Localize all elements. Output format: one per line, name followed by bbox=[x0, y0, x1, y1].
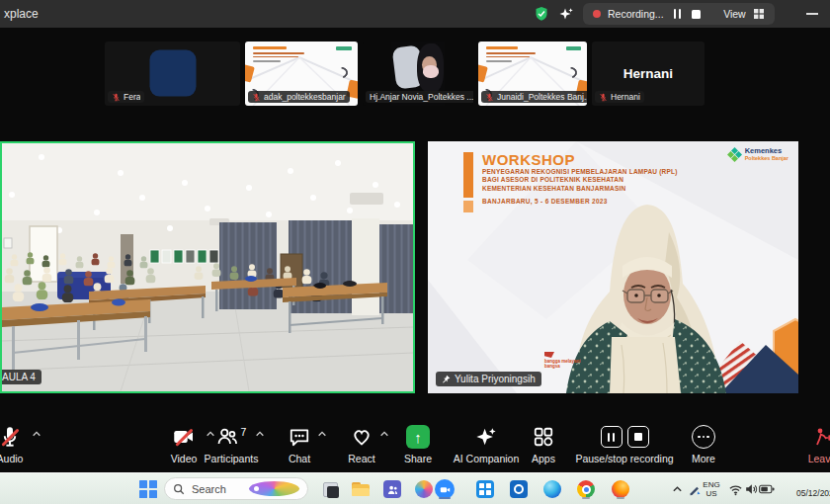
poster-accent-bar bbox=[463, 152, 473, 198]
muted-mic-icon bbox=[485, 93, 494, 102]
leave-icon bbox=[811, 426, 830, 448]
participant-name: Fera bbox=[124, 92, 140, 102]
avatar bbox=[149, 49, 196, 96]
share-control[interactable]: ↑ Share bbox=[389, 424, 447, 464]
participant-name: Hj.Anjar Novia_Poltekkes ... bbox=[370, 92, 473, 102]
recording-dot-icon bbox=[593, 10, 601, 18]
participant-name: Hernani bbox=[611, 92, 640, 102]
windows-taskbar: Search ENGUS bbox=[0, 472, 830, 504]
minimize-button[interactable] bbox=[806, 13, 818, 15]
stop-recording-icon[interactable] bbox=[692, 10, 701, 19]
more-control[interactable]: More bbox=[674, 424, 733, 464]
recording-pill: Recording... View bbox=[583, 3, 775, 25]
view-grid-icon[interactable] bbox=[753, 8, 765, 20]
poster-line-1: PENYEGARAN REKOGNISI PEMBELAJARAN LAMPAU… bbox=[482, 168, 709, 176]
recording-label: Pause/stop recording bbox=[567, 453, 682, 464]
pin-icon bbox=[442, 375, 451, 383]
more-dots-icon bbox=[692, 425, 715, 449]
ai-companion-icon bbox=[475, 426, 497, 448]
ai-companion-label: AI Companion bbox=[450, 453, 523, 464]
outlook-button[interactable] bbox=[508, 478, 530, 500]
search-placeholder: Search bbox=[192, 483, 242, 495]
participant-thumbnail-adak[interactable]: adak_poltekkesbanjar bbox=[245, 42, 358, 106]
security-shield-icon[interactable] bbox=[534, 6, 549, 22]
participants-control[interactable]: 7 Participants bbox=[202, 424, 261, 464]
participant-thumbnail-hernani[interactable]: Hernani Hernani bbox=[592, 42, 705, 106]
window-titlebar: xplace Recording... View bbox=[0, 0, 830, 28]
participants-icon bbox=[216, 426, 238, 448]
video-name-label: Yulita Priyoningsih bbox=[436, 372, 541, 386]
poster-title: WORKSHOP bbox=[482, 151, 709, 168]
poster-date: BANJARBARU, 5 - 6 DESEMBER 2023 bbox=[482, 198, 709, 205]
chat-icon bbox=[289, 426, 310, 448]
video-tile-classroom[interactable]: AULA 4 bbox=[0, 141, 415, 393]
video-name-label: AULA 4 bbox=[0, 370, 42, 384]
kemenkes-logo: Kemenkes Poltekkes Banjar bbox=[727, 147, 788, 162]
share-screen-icon[interactable]: ↑ bbox=[406, 425, 430, 449]
chat-control[interactable]: Chat bbox=[270, 424, 329, 464]
pause-recording-button[interactable] bbox=[601, 426, 622, 448]
poster-line-2: BAGI ASESOR DI POLITEKNIK KESEHATAN bbox=[482, 176, 709, 184]
recording-control[interactable]: Pause/stop recording bbox=[567, 424, 682, 464]
language-indicator[interactable]: ENGUS bbox=[700, 480, 723, 498]
logo-text-poltekkes: Poltekkes Banjar bbox=[745, 155, 788, 161]
bangga-melayani-bangsa-badge: bangga melayani bangsa bbox=[544, 352, 590, 370]
firefox-button[interactable] bbox=[610, 478, 631, 500]
badge-flag-icon bbox=[544, 352, 554, 358]
copilot-button[interactable] bbox=[413, 478, 435, 500]
react-options-chevron[interactable] bbox=[379, 430, 389, 438]
file-explorer-button[interactable] bbox=[350, 478, 372, 500]
react-control[interactable]: React bbox=[332, 424, 391, 464]
leave-control[interactable]: Leave bbox=[791, 424, 830, 464]
participant-name: Junaidi_Poltekkes Banj... bbox=[497, 92, 587, 102]
share-label: Share bbox=[389, 453, 447, 464]
window-title-fragment: xplace bbox=[4, 7, 39, 21]
audio-control[interactable]: Audio bbox=[0, 424, 40, 464]
start-button[interactable] bbox=[137, 478, 159, 500]
classroom-scene bbox=[2, 143, 413, 391]
apps-icon bbox=[533, 426, 554, 448]
participants-options-chevron[interactable] bbox=[255, 430, 265, 438]
tray-date[interactable]: 05/12/2023 bbox=[796, 488, 830, 498]
more-label: More bbox=[674, 453, 733, 464]
participant-thumbnail-junaidi[interactable]: Junaidi_Poltekkes Banj... bbox=[478, 42, 587, 106]
search-highlight-icon[interactable] bbox=[249, 481, 299, 496]
participants-label: Participants bbox=[202, 453, 261, 464]
muted-mic-icon bbox=[112, 93, 121, 102]
heart-icon bbox=[351, 426, 373, 448]
logo-text-kemenkes: Kemenkes bbox=[745, 147, 788, 155]
stop-recording-button[interactable] bbox=[627, 426, 649, 448]
chat-options-chevron[interactable] bbox=[317, 430, 327, 438]
audio-options-chevron[interactable] bbox=[32, 430, 42, 438]
video-tile-presenter[interactable]: WORKSHOP PENYEGARAN REKOGNISI PEMBELAJAR… bbox=[428, 141, 798, 393]
view-button[interactable]: View bbox=[723, 8, 746, 20]
muted-mic-icon bbox=[252, 93, 261, 102]
audio-label: Audio bbox=[0, 453, 40, 464]
participant-thumbnail-fera[interactable]: Fera bbox=[105, 42, 240, 106]
meeting-toolbar: Audio Video 7 bbox=[0, 393, 830, 472]
chat-label: Chat bbox=[270, 453, 329, 464]
leave-label: Leave bbox=[791, 453, 830, 464]
participants-count: 7 bbox=[241, 426, 247, 438]
teams-button[interactable] bbox=[381, 478, 403, 500]
muted-mic-icon bbox=[599, 93, 608, 102]
task-view-button[interactable] bbox=[319, 478, 341, 500]
search-icon bbox=[173, 483, 185, 495]
participant-thumbnail-anjar[interactable]: Hj.Anjar Novia_Poltekkes ... bbox=[363, 42, 473, 106]
battery-icon[interactable] bbox=[756, 478, 778, 500]
ms-store-button[interactable] bbox=[474, 478, 496, 500]
ai-companion-control[interactable]: AI Companion bbox=[450, 424, 523, 464]
zoom-app-button[interactable] bbox=[434, 478, 456, 500]
room-name: AULA 4 bbox=[2, 372, 36, 382]
badge-text: bangga melayani bangsa bbox=[544, 359, 590, 370]
edge-button[interactable] bbox=[541, 478, 563, 500]
ai-sparkle-icon[interactable] bbox=[559, 7, 573, 21]
poster-accent-bar-2 bbox=[463, 201, 473, 212]
apps-control[interactable]: Apps bbox=[514, 424, 573, 464]
recording-status: Recording... bbox=[608, 8, 664, 20]
pause-recording-icon[interactable] bbox=[674, 9, 682, 19]
chrome-button[interactable] bbox=[575, 478, 597, 500]
apps-label: Apps bbox=[514, 453, 573, 464]
search-input[interactable]: Search bbox=[164, 477, 308, 500]
workshop-poster-text: WORKSHOP PENYEGARAN REKOGNISI PEMBELAJAR… bbox=[482, 151, 709, 205]
